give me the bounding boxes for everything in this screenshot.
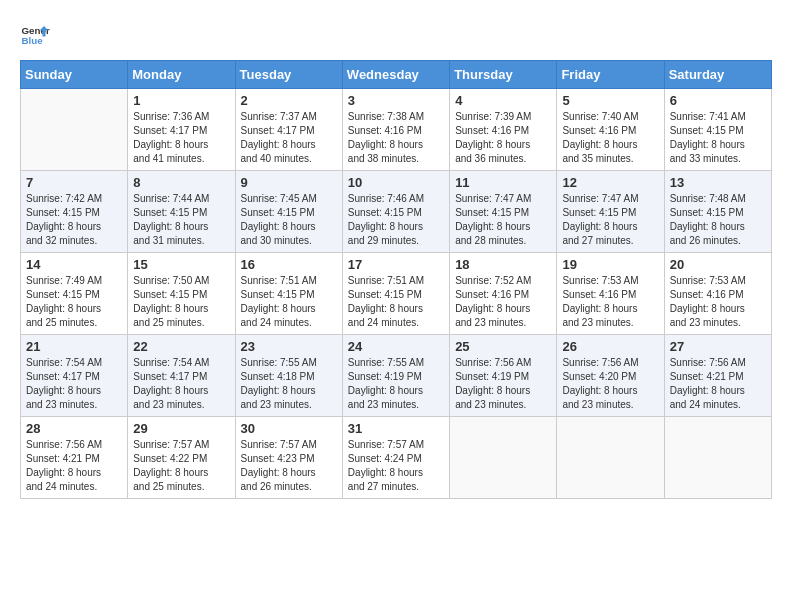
day-info: Sunrise: 7:40 AM Sunset: 4:16 PM Dayligh…: [562, 110, 658, 166]
calendar-cell: 15Sunrise: 7:50 AM Sunset: 4:15 PM Dayli…: [128, 253, 235, 335]
day-info: Sunrise: 7:42 AM Sunset: 4:15 PM Dayligh…: [26, 192, 122, 248]
day-number: 16: [241, 257, 337, 272]
day-info: Sunrise: 7:54 AM Sunset: 4:17 PM Dayligh…: [26, 356, 122, 412]
day-info: Sunrise: 7:56 AM Sunset: 4:21 PM Dayligh…: [26, 438, 122, 494]
calendar-cell: 29Sunrise: 7:57 AM Sunset: 4:22 PM Dayli…: [128, 417, 235, 499]
calendar-cell: 27Sunrise: 7:56 AM Sunset: 4:21 PM Dayli…: [664, 335, 771, 417]
day-info: Sunrise: 7:38 AM Sunset: 4:16 PM Dayligh…: [348, 110, 444, 166]
day-number: 23: [241, 339, 337, 354]
calendar-cell: 11Sunrise: 7:47 AM Sunset: 4:15 PM Dayli…: [450, 171, 557, 253]
calendar-cell: 4Sunrise: 7:39 AM Sunset: 4:16 PM Daylig…: [450, 89, 557, 171]
day-info: Sunrise: 7:51 AM Sunset: 4:15 PM Dayligh…: [348, 274, 444, 330]
calendar-cell: 23Sunrise: 7:55 AM Sunset: 4:18 PM Dayli…: [235, 335, 342, 417]
day-number: 19: [562, 257, 658, 272]
day-info: Sunrise: 7:57 AM Sunset: 4:22 PM Dayligh…: [133, 438, 229, 494]
day-number: 14: [26, 257, 122, 272]
day-number: 6: [670, 93, 766, 108]
day-number: 24: [348, 339, 444, 354]
calendar-cell: 21Sunrise: 7:54 AM Sunset: 4:17 PM Dayli…: [21, 335, 128, 417]
day-number: 7: [26, 175, 122, 190]
day-number: 15: [133, 257, 229, 272]
svg-text:Blue: Blue: [22, 35, 44, 46]
day-info: Sunrise: 7:53 AM Sunset: 4:16 PM Dayligh…: [562, 274, 658, 330]
calendar-cell: 19Sunrise: 7:53 AM Sunset: 4:16 PM Dayli…: [557, 253, 664, 335]
day-number: 5: [562, 93, 658, 108]
day-number: 2: [241, 93, 337, 108]
calendar-cell: 22Sunrise: 7:54 AM Sunset: 4:17 PM Dayli…: [128, 335, 235, 417]
calendar-week-5: 28Sunrise: 7:56 AM Sunset: 4:21 PM Dayli…: [21, 417, 772, 499]
weekday-header-saturday: Saturday: [664, 61, 771, 89]
day-info: Sunrise: 7:45 AM Sunset: 4:15 PM Dayligh…: [241, 192, 337, 248]
weekday-header-friday: Friday: [557, 61, 664, 89]
calendar-cell: 24Sunrise: 7:55 AM Sunset: 4:19 PM Dayli…: [342, 335, 449, 417]
day-info: Sunrise: 7:53 AM Sunset: 4:16 PM Dayligh…: [670, 274, 766, 330]
day-info: Sunrise: 7:36 AM Sunset: 4:17 PM Dayligh…: [133, 110, 229, 166]
calendar-cell: 10Sunrise: 7:46 AM Sunset: 4:15 PM Dayli…: [342, 171, 449, 253]
calendar-cell: 12Sunrise: 7:47 AM Sunset: 4:15 PM Dayli…: [557, 171, 664, 253]
weekday-header-tuesday: Tuesday: [235, 61, 342, 89]
day-info: Sunrise: 7:51 AM Sunset: 4:15 PM Dayligh…: [241, 274, 337, 330]
calendar-cell: 3Sunrise: 7:38 AM Sunset: 4:16 PM Daylig…: [342, 89, 449, 171]
day-number: 22: [133, 339, 229, 354]
calendar-week-1: 1Sunrise: 7:36 AM Sunset: 4:17 PM Daylig…: [21, 89, 772, 171]
day-number: 30: [241, 421, 337, 436]
calendar-cell: 2Sunrise: 7:37 AM Sunset: 4:17 PM Daylig…: [235, 89, 342, 171]
calendar-cell: 9Sunrise: 7:45 AM Sunset: 4:15 PM Daylig…: [235, 171, 342, 253]
calendar-cell: 28Sunrise: 7:56 AM Sunset: 4:21 PM Dayli…: [21, 417, 128, 499]
day-number: 29: [133, 421, 229, 436]
day-info: Sunrise: 7:52 AM Sunset: 4:16 PM Dayligh…: [455, 274, 551, 330]
day-number: 26: [562, 339, 658, 354]
day-number: 12: [562, 175, 658, 190]
day-info: Sunrise: 7:56 AM Sunset: 4:21 PM Dayligh…: [670, 356, 766, 412]
day-number: 13: [670, 175, 766, 190]
day-info: Sunrise: 7:56 AM Sunset: 4:20 PM Dayligh…: [562, 356, 658, 412]
calendar-cell: 17Sunrise: 7:51 AM Sunset: 4:15 PM Dayli…: [342, 253, 449, 335]
logo: General Blue: [20, 20, 54, 50]
calendar-week-4: 21Sunrise: 7:54 AM Sunset: 4:17 PM Dayli…: [21, 335, 772, 417]
day-info: Sunrise: 7:57 AM Sunset: 4:24 PM Dayligh…: [348, 438, 444, 494]
day-number: 3: [348, 93, 444, 108]
calendar-table: SundayMondayTuesdayWednesdayThursdayFrid…: [20, 60, 772, 499]
calendar-cell: 5Sunrise: 7:40 AM Sunset: 4:16 PM Daylig…: [557, 89, 664, 171]
calendar-cell: 20Sunrise: 7:53 AM Sunset: 4:16 PM Dayli…: [664, 253, 771, 335]
day-number: 20: [670, 257, 766, 272]
day-info: Sunrise: 7:46 AM Sunset: 4:15 PM Dayligh…: [348, 192, 444, 248]
day-number: 27: [670, 339, 766, 354]
day-info: Sunrise: 7:55 AM Sunset: 4:19 PM Dayligh…: [348, 356, 444, 412]
calendar-cell: 13Sunrise: 7:48 AM Sunset: 4:15 PM Dayli…: [664, 171, 771, 253]
day-info: Sunrise: 7:39 AM Sunset: 4:16 PM Dayligh…: [455, 110, 551, 166]
day-info: Sunrise: 7:57 AM Sunset: 4:23 PM Dayligh…: [241, 438, 337, 494]
weekday-header-sunday: Sunday: [21, 61, 128, 89]
calendar-cell: 16Sunrise: 7:51 AM Sunset: 4:15 PM Dayli…: [235, 253, 342, 335]
calendar-week-2: 7Sunrise: 7:42 AM Sunset: 4:15 PM Daylig…: [21, 171, 772, 253]
calendar-cell: 6Sunrise: 7:41 AM Sunset: 4:15 PM Daylig…: [664, 89, 771, 171]
calendar-cell: 30Sunrise: 7:57 AM Sunset: 4:23 PM Dayli…: [235, 417, 342, 499]
weekday-header-thursday: Thursday: [450, 61, 557, 89]
calendar-week-3: 14Sunrise: 7:49 AM Sunset: 4:15 PM Dayli…: [21, 253, 772, 335]
day-number: 8: [133, 175, 229, 190]
day-info: Sunrise: 7:49 AM Sunset: 4:15 PM Dayligh…: [26, 274, 122, 330]
day-number: 10: [348, 175, 444, 190]
day-info: Sunrise: 7:44 AM Sunset: 4:15 PM Dayligh…: [133, 192, 229, 248]
day-info: Sunrise: 7:55 AM Sunset: 4:18 PM Dayligh…: [241, 356, 337, 412]
calendar-cell: 7Sunrise: 7:42 AM Sunset: 4:15 PM Daylig…: [21, 171, 128, 253]
calendar-cell: 25Sunrise: 7:56 AM Sunset: 4:19 PM Dayli…: [450, 335, 557, 417]
day-info: Sunrise: 7:56 AM Sunset: 4:19 PM Dayligh…: [455, 356, 551, 412]
day-info: Sunrise: 7:37 AM Sunset: 4:17 PM Dayligh…: [241, 110, 337, 166]
weekday-header-wednesday: Wednesday: [342, 61, 449, 89]
calendar-cell: 14Sunrise: 7:49 AM Sunset: 4:15 PM Dayli…: [21, 253, 128, 335]
calendar-cell: [21, 89, 128, 171]
day-info: Sunrise: 7:50 AM Sunset: 4:15 PM Dayligh…: [133, 274, 229, 330]
calendar-cell: 1Sunrise: 7:36 AM Sunset: 4:17 PM Daylig…: [128, 89, 235, 171]
day-info: Sunrise: 7:41 AM Sunset: 4:15 PM Dayligh…: [670, 110, 766, 166]
calendar-cell: 31Sunrise: 7:57 AM Sunset: 4:24 PM Dayli…: [342, 417, 449, 499]
day-number: 31: [348, 421, 444, 436]
calendar-cell: 18Sunrise: 7:52 AM Sunset: 4:16 PM Dayli…: [450, 253, 557, 335]
day-info: Sunrise: 7:47 AM Sunset: 4:15 PM Dayligh…: [455, 192, 551, 248]
calendar-cell: 26Sunrise: 7:56 AM Sunset: 4:20 PM Dayli…: [557, 335, 664, 417]
day-info: Sunrise: 7:47 AM Sunset: 4:15 PM Dayligh…: [562, 192, 658, 248]
calendar-cell: [664, 417, 771, 499]
day-number: 18: [455, 257, 551, 272]
day-number: 25: [455, 339, 551, 354]
day-info: Sunrise: 7:48 AM Sunset: 4:15 PM Dayligh…: [670, 192, 766, 248]
